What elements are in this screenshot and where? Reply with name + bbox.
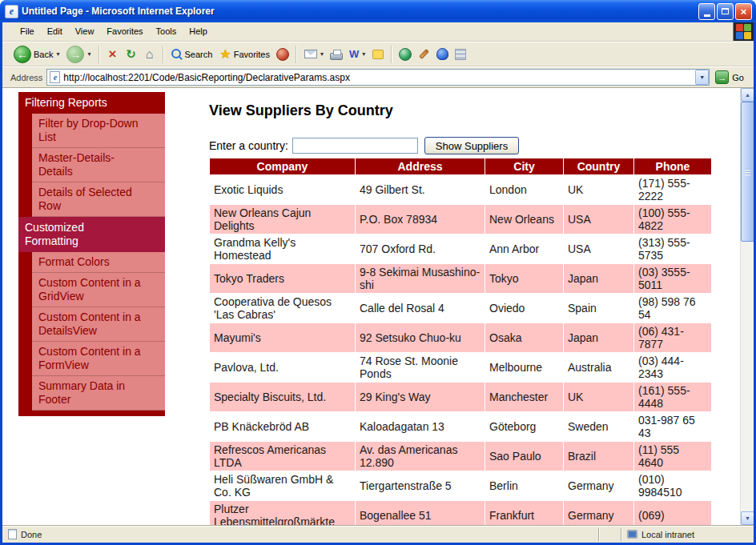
table-cell: (03) 3555-5011 bbox=[634, 264, 712, 294]
menu-bar-items: FileEditViewFavoritesToolsHelp bbox=[2, 22, 214, 41]
table-cell: Manchester bbox=[485, 383, 564, 412]
messenger-icon bbox=[436, 48, 448, 60]
table-cell: UK bbox=[564, 175, 634, 205]
search-button[interactable]: Search bbox=[168, 47, 216, 62]
table-cell: P.O. Box 78934 bbox=[356, 205, 485, 234]
stop-button[interactable]: × bbox=[104, 45, 122, 64]
table-cell: Heli Süßwaren GmbH & Co. KG bbox=[210, 471, 356, 501]
security-zone-pane: Local intranet bbox=[624, 530, 750, 539]
vertical-scrollbar[interactable]: ▲ ▼ bbox=[740, 88, 754, 525]
mail-icon bbox=[304, 50, 317, 58]
window-controls: × bbox=[698, 3, 752, 20]
table-cell: 707 Oxford Rd. bbox=[356, 234, 485, 264]
table-cell: Germany bbox=[564, 501, 634, 526]
table-cell: Plutzer Lebensmittelgroßmärkte bbox=[210, 501, 356, 526]
table-cell: 49 Gilbert St. bbox=[356, 175, 485, 205]
table-cell: Exotic Liquids bbox=[210, 175, 356, 205]
go-button[interactable]: → Go bbox=[714, 70, 749, 85]
browser-window: e Untitled Page - Microsoft Internet Exp… bbox=[0, 0, 756, 545]
forward-button[interactable]: → ▾ bbox=[63, 44, 94, 65]
show-suppliers-button[interactable]: Show Suppliers bbox=[424, 137, 519, 154]
discuss-button[interactable] bbox=[369, 45, 387, 64]
table-header-row: CompanyAddressCityCountryPhone bbox=[210, 158, 712, 175]
page-content: Filtering ReportsFilter by Drop-Down Lis… bbox=[2, 88, 754, 525]
back-button[interactable]: ← Back ▾ bbox=[10, 44, 62, 65]
toolbar-separator bbox=[99, 46, 100, 63]
menu-help[interactable]: Help bbox=[183, 22, 214, 41]
sidebar-item[interactable]: Details of Selected Row bbox=[32, 182, 165, 217]
table-cell: UK bbox=[564, 383, 634, 412]
table-cell: Refrescos Americanas LTDA bbox=[210, 442, 356, 471]
table-cell: 74 Rose St. Moonie Ponds bbox=[356, 353, 485, 383]
address-url[interactable]: http://localhost:2201/Code/BasicReportin… bbox=[63, 72, 695, 83]
column-header: Address bbox=[356, 158, 485, 175]
sidebar-item[interactable]: Filter by Drop-Down List bbox=[32, 114, 165, 148]
column-header: Country bbox=[564, 158, 634, 175]
sidebar-item[interactable]: Custom Content in a GridView bbox=[32, 273, 165, 307]
mail-dropdown-icon: ▾ bbox=[320, 50, 324, 58]
sidebar-item[interactable]: Custom Content in a DetailsView bbox=[32, 307, 165, 342]
table-cell: 031-987 65 43 bbox=[634, 412, 712, 442]
go-icon: → bbox=[715, 70, 729, 84]
table-row: Tokyo Traders9-8 Sekimai Musashino-shiTo… bbox=[210, 264, 712, 294]
mail-button[interactable]: ▾ bbox=[301, 48, 327, 60]
menu-edit[interactable]: Edit bbox=[41, 22, 69, 41]
page-favicon: e bbox=[50, 71, 60, 83]
scroll-up-button[interactable]: ▲ bbox=[741, 88, 754, 102]
edit-dropdown-icon: ▾ bbox=[362, 50, 365, 58]
pencil-button[interactable] bbox=[415, 45, 432, 64]
window-title: Untitled Page - Microsoft Internet Explo… bbox=[22, 6, 698, 17]
messenger-button[interactable] bbox=[433, 45, 451, 64]
suppliers-table: CompanyAddressCityCountryPhone Exotic Li… bbox=[209, 158, 712, 525]
menu-tools[interactable]: Tools bbox=[150, 22, 183, 41]
close-button[interactable]: × bbox=[735, 3, 752, 20]
pencil-icon bbox=[419, 49, 429, 59]
history-button[interactable] bbox=[274, 45, 292, 64]
sidebar-item[interactable]: Custom Content in a FormView bbox=[32, 342, 165, 376]
toolbar-separator bbox=[163, 46, 164, 63]
scroll-thumb[interactable] bbox=[741, 102, 754, 242]
column-header: Phone bbox=[634, 158, 712, 175]
refresh-button[interactable]: ↻ bbox=[123, 45, 140, 64]
local-intranet-icon bbox=[627, 530, 637, 539]
table-cell: Specialty Biscuits, Ltd. bbox=[210, 383, 356, 412]
table-cell: (313) 555-5735 bbox=[634, 234, 712, 264]
column-header: Company bbox=[210, 158, 356, 175]
address-dropdown-button[interactable]: ▼ bbox=[695, 70, 709, 85]
table-cell: Tiergartenstraße 5 bbox=[356, 471, 485, 501]
home-button[interactable]: ⌂ bbox=[141, 45, 159, 64]
maximize-icon bbox=[722, 8, 729, 14]
menu-bar-spacer bbox=[214, 22, 733, 41]
menu-view[interactable]: View bbox=[69, 22, 101, 41]
table-cell: (161) 555-4448 bbox=[634, 383, 712, 412]
country-input[interactable] bbox=[292, 138, 418, 154]
globe-button[interactable] bbox=[396, 45, 414, 64]
table-cell: 9-8 Sekimai Musashino-shi bbox=[356, 264, 485, 294]
favorites-button[interactable]: ★ Favorites bbox=[216, 45, 273, 63]
table-cell: (03) 444-2343 bbox=[634, 353, 712, 383]
maximize-button[interactable] bbox=[717, 3, 734, 20]
sidebar-item[interactable]: Master-Details-Details bbox=[32, 148, 165, 182]
sidebar-item[interactable]: Summary Data in Footer bbox=[32, 376, 165, 411]
edit-button[interactable]: W ▾ bbox=[346, 46, 368, 62]
page-title: View Suppliers By Country bbox=[209, 102, 715, 119]
address-field[interactable]: e http://localhost:2201/Code/BasicReport… bbox=[46, 69, 710, 86]
table-cell: (98) 598 76 54 bbox=[634, 294, 712, 323]
menu-favorites[interactable]: Favorites bbox=[100, 22, 149, 41]
forward-icon: → bbox=[66, 46, 84, 63]
sidebar-group-header[interactable]: Customized Formatting bbox=[18, 217, 165, 252]
minimize-button[interactable] bbox=[698, 3, 715, 20]
sidebar-group-header[interactable]: Filtering Reports bbox=[18, 92, 165, 114]
back-label: Back bbox=[34, 50, 53, 59]
table-cell: Mayumi's bbox=[210, 323, 356, 353]
table-cell: Av. das Americanas 12.890 bbox=[356, 442, 485, 471]
scroll-down-button[interactable]: ▼ bbox=[741, 511, 754, 525]
word-edit-icon: W bbox=[349, 48, 359, 60]
globe-icon bbox=[399, 48, 412, 61]
grid-button[interactable] bbox=[452, 45, 469, 64]
menu-file[interactable]: File bbox=[14, 22, 41, 41]
column-header: City bbox=[485, 158, 564, 175]
print-button[interactable] bbox=[328, 45, 345, 64]
sidebar-item[interactable]: Format Colors bbox=[32, 252, 165, 273]
table-cell: New Orleans bbox=[485, 205, 564, 234]
